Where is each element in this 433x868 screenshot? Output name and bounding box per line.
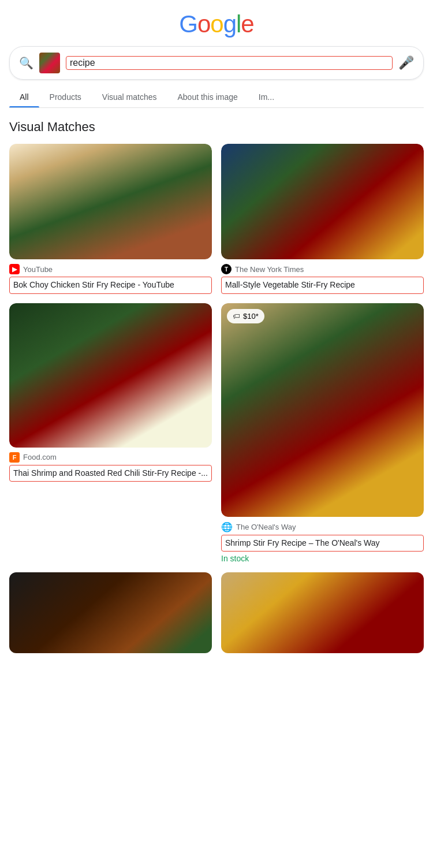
result-title-2: Mall-Style Vegetable Stir-Fry Recipe — [221, 277, 424, 294]
source-name-3: Food.com — [23, 453, 57, 461]
main-content: Visual Matches ▶ YouTube Bok Choy Chicke… — [0, 108, 433, 665]
search-input[interactable] — [66, 56, 393, 70]
search-icon: 🔍 — [19, 56, 33, 70]
section-title: Visual Matches — [9, 120, 424, 135]
tab-more[interactable]: Im... — [248, 87, 285, 107]
youtube-icon: ▶ — [9, 264, 20, 274]
tab-visual-matches[interactable]: Visual matches — [92, 87, 167, 107]
price-tag-icon: 🏷 — [233, 312, 240, 321]
source-name-4: The O'Neal's Way — [236, 523, 296, 531]
search-bar[interactable]: 🔍 🎤 — [9, 46, 424, 80]
result-title-4: Shrimp Stir Fry Recipe – The O'Neal's Wa… — [221, 535, 424, 552]
globe-icon: 🌐 — [221, 521, 233, 532]
price-badge: 🏷 $10* — [227, 309, 264, 323]
nav-tabs: All Products Visual matches About this i… — [9, 87, 424, 108]
source-name-2: The New York Times — [235, 265, 304, 274]
result-card-3[interactable]: F Food.com Thai Shrimp and Roasted Red C… — [9, 303, 212, 564]
nyt-icon: T — [221, 264, 232, 274]
result-card-5[interactable] — [9, 572, 212, 653]
source-1: ▶ YouTube — [9, 264, 212, 274]
result-title-1: Bok Choy Chicken Stir Fry Recipe - YouTu… — [9, 277, 212, 294]
result-title-3: Thai Shrimp and Roasted Red Chili Stir-F… — [9, 465, 212, 482]
source-2: T The New York Times — [221, 264, 424, 274]
results-grid: ▶ YouTube Bok Choy Chicken Stir Fry Reci… — [9, 144, 424, 563]
tab-products[interactable]: Products — [39, 87, 92, 107]
result-image-2 — [221, 144, 424, 259]
price-value: $10* — [243, 312, 259, 321]
source-3: F Food.com — [9, 452, 212, 463]
foodcom-icon: F — [9, 452, 20, 463]
source-name-1: YouTube — [23, 265, 53, 274]
microphone-icon[interactable]: 🎤 — [398, 55, 414, 70]
result-card-1[interactable]: ▶ YouTube Bok Choy Chicken Stir Fry Reci… — [9, 144, 212, 294]
result-image-3 — [9, 303, 212, 448]
in-stock-badge: In stock — [221, 554, 424, 563]
tab-about-image[interactable]: About this image — [167, 87, 248, 107]
search-image-thumbnail — [39, 53, 60, 73]
google-logo: Google — [179, 10, 253, 38]
partial-image-2 — [221, 572, 424, 653]
result-card-2[interactable]: T The New York Times Mall-Style Vegetabl… — [221, 144, 424, 294]
tab-all[interactable]: All — [9, 87, 39, 107]
result-card-4[interactable]: 🏷 $10* 🌐 The O'Neal's Way Shrimp Stir Fr… — [221, 303, 424, 564]
bottom-partial-row — [9, 572, 424, 653]
result-image-1 — [9, 144, 212, 259]
partial-image-1 — [9, 572, 212, 653]
result-image-4: 🏷 $10* — [221, 303, 424, 517]
source-4: 🌐 The O'Neal's Way — [221, 521, 424, 532]
result-card-6[interactable] — [221, 572, 424, 653]
